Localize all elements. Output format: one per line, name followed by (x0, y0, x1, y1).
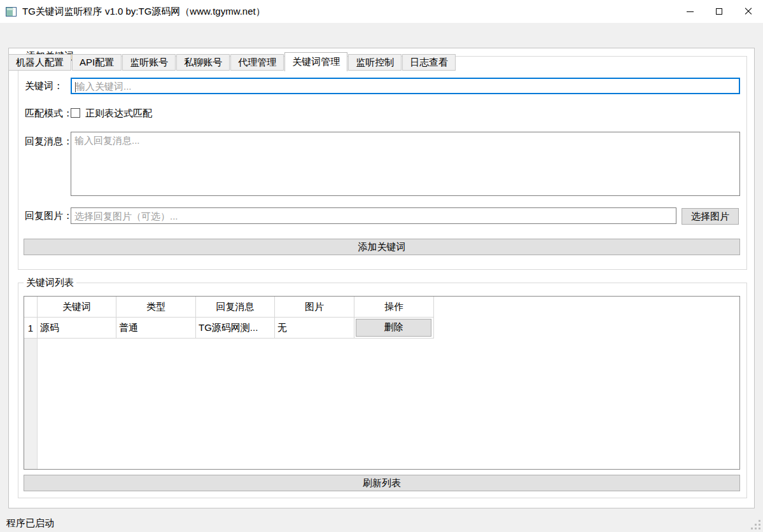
row-index: 1 (24, 318, 38, 339)
app-icon (6, 7, 17, 17)
keyword-list-group-title: 关键词列表 (24, 277, 76, 289)
regex-checkbox-label[interactable]: 正则表达式匹配 (85, 105, 152, 122)
match-mode-label: 匹配模式： (25, 105, 73, 122)
reply-image-input[interactable] (71, 207, 676, 224)
title-bar: TG关键词监听程序 v1.0 by:TG源码网（www.tgymw.net） (0, 0, 763, 23)
resize-grip-icon[interactable] (751, 520, 761, 530)
close-icon (745, 8, 752, 15)
close-button[interactable] (734, 0, 763, 23)
add-keyword-group: 添加关键词 关键词： 匹配模式： 正则表达式匹配 回复消息： 回复图片： 选择图… (18, 56, 747, 270)
tab-monitor-control[interactable]: 监听控制 (348, 54, 402, 71)
choose-image-button[interactable]: 选择图片 (682, 208, 739, 225)
tab-pane-keyword-management: 添加关键词 关键词： 匹配模式： 正则表达式匹配 回复消息： 回复图片： 选择图… (8, 48, 755, 508)
tab-robot-config[interactable]: 机器人配置 (8, 54, 71, 71)
keyword-table[interactable]: 关键词 类型 回复消息 图片 操作 1 源码 普通 TG源码网测... 无 删除 (24, 296, 740, 470)
row-header-strip (24, 339, 38, 469)
reply-message-label: 回复消息： (25, 133, 73, 150)
cell-type: 普通 (116, 318, 196, 339)
cell-reply: TG源码网测... (196, 318, 275, 339)
tab-private-chat-accounts[interactable]: 私聊账号 (176, 54, 230, 71)
window-controls (675, 0, 763, 23)
cell-image: 无 (275, 318, 354, 339)
tab-bar: 机器人配置 API配置 监听账号 私聊账号 代理管理 关键词管理 监听控制 日志… (0, 23, 763, 71)
window-title: TG关键词监听程序 v1.0 by:TG源码网（www.tgymw.net） (22, 6, 265, 18)
tab-log-view[interactable]: 日志查看 (402, 54, 456, 71)
status-text: 程序已启动 (6, 517, 54, 529)
tab-monitor-accounts[interactable]: 监听账号 (122, 54, 176, 71)
tab-api-config[interactable]: API配置 (72, 54, 122, 71)
regex-checkbox[interactable] (71, 108, 80, 118)
table-header-row: 关键词 类型 回复消息 图片 操作 (24, 297, 739, 318)
keyword-input-field[interactable] (74, 79, 736, 93)
minimize-icon (687, 11, 694, 12)
refresh-list-button[interactable]: 刷新列表 (24, 475, 740, 491)
column-header-image[interactable]: 图片 (275, 297, 354, 318)
tab-keyword-management[interactable]: 关键词管理 (284, 52, 347, 71)
tab-proxy-management[interactable]: 代理管理 (230, 54, 284, 71)
keyword-label: 关键词： (25, 78, 63, 94)
table-corner-cell (24, 297, 38, 318)
cell-keyword: 源码 (38, 318, 116, 339)
cell-action: 删除 (354, 318, 434, 339)
table-row[interactable]: 1 源码 普通 TG源码网测... 无 删除 (24, 318, 739, 339)
column-header-type[interactable]: 类型 (116, 297, 196, 318)
keyword-list-group: 关键词列表 关键词 类型 回复消息 图片 操作 1 源码 普通 TG源码网测..… (18, 283, 747, 498)
maximize-button[interactable] (704, 0, 734, 23)
delete-button[interactable]: 删除 (356, 319, 431, 337)
maximize-icon (716, 8, 722, 15)
reply-image-label: 回复图片： (25, 207, 73, 224)
add-keyword-button[interactable]: 添加关键词 (24, 239, 740, 255)
column-header-reply[interactable]: 回复消息 (196, 297, 275, 318)
keyword-input[interactable] (71, 78, 740, 94)
app-window: TG关键词监听程序 v1.0 by:TG源码网（www.tgymw.net） 机… (0, 0, 763, 532)
minimize-button[interactable] (675, 0, 704, 23)
column-header-action[interactable]: 操作 (354, 297, 434, 318)
reply-message-textarea[interactable] (71, 132, 740, 196)
text-caret (75, 82, 76, 92)
column-header-keyword[interactable]: 关键词 (38, 297, 116, 318)
